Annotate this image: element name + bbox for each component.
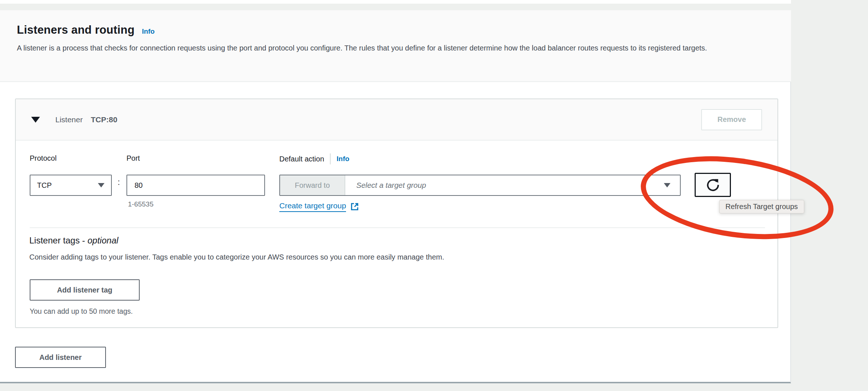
listener-header-label: Listener bbox=[55, 115, 83, 124]
section-divider bbox=[30, 227, 765, 228]
port-label: Port bbox=[126, 154, 140, 163]
refresh-target-groups-button[interactable] bbox=[695, 173, 731, 197]
refresh-icon bbox=[706, 178, 720, 192]
protocol-select[interactable]: TCP bbox=[30, 175, 112, 196]
add-listener-tag-button[interactable]: Add listener tag bbox=[30, 279, 140, 301]
previous-section-edge bbox=[0, 0, 791, 4]
listener-tags-heading: Listener tags - optional bbox=[29, 235, 118, 246]
external-link-icon bbox=[350, 202, 359, 211]
page-title: Listeners and routing bbox=[17, 23, 135, 37]
forward-to-prefix: Forward to bbox=[280, 175, 345, 195]
port-range-hint: 1-65535 bbox=[128, 200, 154, 208]
chevron-down-icon bbox=[98, 183, 104, 187]
refresh-tooltip: Refresh Target groups bbox=[719, 200, 804, 213]
remove-listener-button[interactable]: Remove bbox=[701, 109, 762, 130]
target-group-placeholder: Select a target group bbox=[345, 181, 426, 190]
port-input[interactable] bbox=[126, 175, 265, 196]
listener-card-header: Listener TCP:80 Remove bbox=[16, 99, 777, 141]
default-action-label-row: Default action Info bbox=[279, 153, 349, 164]
protocol-label: Protocol bbox=[30, 154, 56, 163]
panel-info-link[interactable]: Info bbox=[142, 27, 155, 36]
panel-title-row: Listeners and routing Info bbox=[17, 23, 155, 37]
default-action-label: Default action bbox=[279, 155, 324, 163]
panel-description: A listener is a process that checks for … bbox=[17, 42, 785, 54]
listener-card: Listener TCP:80 Remove Protocol TCP : Po… bbox=[15, 98, 778, 328]
chevron-down-icon bbox=[664, 183, 670, 187]
add-listener-button[interactable]: Add listener bbox=[15, 347, 106, 368]
collapse-caret-icon[interactable] bbox=[31, 117, 40, 123]
protocol-selected-value: TCP bbox=[37, 181, 52, 190]
listener-tags-description: Consider adding tags to your listener. T… bbox=[29, 253, 444, 261]
optional-label: optional bbox=[88, 235, 118, 245]
target-group-select[interactable]: Forward to Select a target group bbox=[279, 175, 681, 196]
listener-header-value: TCP:80 bbox=[91, 115, 117, 124]
port-separator: : bbox=[118, 178, 120, 187]
label-divider bbox=[330, 153, 331, 164]
tags-remaining-hint: You can add up to 50 more tags. bbox=[30, 307, 133, 316]
default-action-info-link[interactable]: Info bbox=[336, 155, 349, 163]
create-target-group-link[interactable]: Create target group bbox=[279, 201, 359, 212]
